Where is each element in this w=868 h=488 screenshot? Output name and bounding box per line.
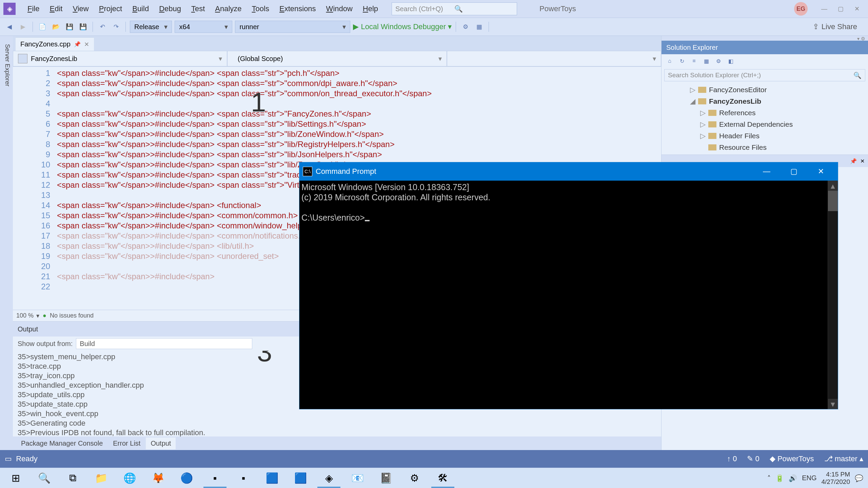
- app-icon-2[interactable]: ⚙: [400, 468, 429, 488]
- close-tab-icon[interactable]: ✕: [84, 41, 89, 48]
- output-tab[interactable]: Output: [146, 438, 176, 449]
- menu-project[interactable]: Project: [94, 2, 127, 15]
- output-from-label: Show output from:: [18, 340, 73, 348]
- left-tab[interactable]: Toolbox: [0, 39, 2, 450]
- command-prompt-window[interactable]: C:\ Command Prompt — ▢ ✕ Microsoft Windo…: [299, 162, 838, 409]
- outlook-icon[interactable]: 📧: [343, 468, 372, 488]
- volume-icon[interactable]: 🔊: [789, 474, 797, 482]
- edge-icon[interactable]: 🌐: [115, 468, 144, 488]
- output-tab[interactable]: Package Manager Console: [16, 438, 107, 449]
- vscode-icon[interactable]: 🟦: [286, 468, 315, 488]
- project-scope-dropdown[interactable]: FancyZonesLib: [13, 51, 227, 66]
- file-tab-active[interactable]: FancyZones.cpp 📌 ✕: [16, 37, 94, 51]
- liveshare-button[interactable]: ⇪ Live Share: [813, 22, 857, 31]
- cmd-scrollbar[interactable]: ▴ ▾: [828, 181, 838, 409]
- cmd-taskbar-icon[interactable]: ▪: [201, 468, 229, 488]
- configuration-dropdown[interactable]: Release: [130, 21, 172, 33]
- sync-icon[interactable]: ↻: [676, 56, 687, 66]
- close-button[interactable]: ✕: [849, 3, 865, 14]
- cmd-maximize-button[interactable]: ▢: [780, 162, 807, 181]
- scope-dropdown[interactable]: (Global Scope): [227, 51, 447, 66]
- cmd-minimize-button[interactable]: —: [753, 162, 780, 181]
- properties-icon[interactable]: ⚙: [713, 56, 724, 66]
- pending-changes[interactable]: ↑ 0: [727, 454, 737, 463]
- file-explorer-icon[interactable]: 📁: [87, 468, 115, 488]
- menu-file[interactable]: File: [23, 2, 44, 15]
- maximize-button[interactable]: ▢: [833, 3, 848, 14]
- home-icon[interactable]: ⌂: [664, 56, 675, 66]
- repo-name[interactable]: ◆ PowerToys: [770, 454, 814, 463]
- menu-extensions[interactable]: Extensions: [275, 2, 321, 15]
- preview-icon[interactable]: ◧: [725, 56, 736, 66]
- output-source-dropdown[interactable]: Build: [76, 338, 252, 349]
- menu-debug[interactable]: Debug: [154, 2, 186, 15]
- collapse-icon[interactable]: ≡: [689, 56, 699, 66]
- app-icon[interactable]: 📓: [372, 468, 400, 488]
- startup-project-dropdown[interactable]: runner: [235, 21, 350, 33]
- zoom-dropdown[interactable]: 100 % ▾: [16, 312, 39, 320]
- powershell-icon[interactable]: 🟦: [258, 468, 286, 488]
- start-debugging-button[interactable]: ▶ Local Windows Debugger ▾: [353, 22, 452, 31]
- tree-item[interactable]: ▷Header Files: [666, 130, 863, 142]
- scroll-down-icon[interactable]: ▾: [828, 399, 838, 409]
- tree-item[interactable]: ▷External Dependencies: [666, 119, 863, 130]
- menu-tools[interactable]: Tools: [247, 2, 274, 15]
- solution-tree[interactable]: ▷FancyZonesEditor◢FancyZonesLib▷Referenc…: [662, 83, 868, 155]
- solution-search-input[interactable]: Search Solution Explorer (Ctrl+;)🔍: [664, 69, 865, 81]
- minimize-button[interactable]: —: [816, 3, 832, 14]
- scroll-thumb[interactable]: [828, 191, 838, 211]
- cmd-close-button[interactable]: ✕: [807, 162, 834, 181]
- forward-icon[interactable]: ▶: [18, 21, 28, 32]
- menu-edit[interactable]: Edit: [45, 2, 67, 15]
- tool-icon-2[interactable]: ▦: [474, 21, 485, 32]
- menu-test[interactable]: Test: [186, 2, 210, 15]
- member-dropdown[interactable]: [447, 51, 661, 66]
- chrome-icon[interactable]: 🔵: [172, 468, 201, 488]
- pin-icon[interactable]: 📌: [74, 41, 81, 47]
- save-icon[interactable]: 💾: [64, 21, 75, 32]
- panel-pin-icon[interactable]: 📌: [850, 158, 857, 164]
- platform-dropdown[interactable]: x64: [175, 21, 232, 33]
- quick-search-input[interactable]: Search (Ctrl+Q)🔍: [392, 2, 517, 15]
- show-all-icon[interactable]: ▦: [701, 56, 712, 66]
- branch-name[interactable]: ⎇ master ▴: [824, 454, 864, 463]
- menu-window[interactable]: Window: [321, 2, 357, 15]
- clock[interactable]: 4:15 PM4/27/2020: [821, 471, 850, 486]
- notifications-icon[interactable]: 💬: [855, 474, 863, 482]
- open-icon[interactable]: 📂: [51, 21, 61, 32]
- menu-build[interactable]: Build: [127, 2, 154, 15]
- start-button[interactable]: ⊞: [1, 468, 30, 488]
- tool-icon[interactable]: ⚙: [460, 21, 471, 32]
- undo-icon[interactable]: ↶: [97, 21, 108, 32]
- menu-help[interactable]: Help: [358, 2, 383, 15]
- scroll-up-icon[interactable]: ▴: [828, 181, 838, 191]
- redo-icon[interactable]: ↷: [111, 21, 121, 32]
- battery-icon[interactable]: 🔋: [775, 474, 784, 482]
- terminal-icon[interactable]: ▪: [229, 468, 258, 488]
- pending-edits[interactable]: ✎ 0: [747, 454, 759, 463]
- menu-analyze[interactable]: Analyze: [210, 2, 246, 15]
- left-tab[interactable]: Server Explorer: [2, 39, 13, 450]
- save-all-icon[interactable]: 💾: [78, 21, 88, 32]
- panel-close-icon[interactable]: ✕: [860, 158, 865, 164]
- cmd-title-bar[interactable]: C:\ Command Prompt — ▢ ✕: [299, 162, 838, 181]
- powertoys-icon[interactable]: 🛠: [429, 468, 457, 488]
- cmd-terminal[interactable]: Microsoft Windows [Version 10.0.18363.75…: [299, 181, 838, 409]
- output-tab[interactable]: Error List: [108, 438, 145, 449]
- visual-studio-taskbar-icon[interactable]: ◈: [315, 468, 343, 488]
- tree-item[interactable]: ▷FancyZonesEditor: [666, 84, 863, 96]
- new-icon[interactable]: 📄: [37, 21, 48, 32]
- cmd-line: Microsoft Windows [Version 10.0.18363.75…: [301, 182, 836, 192]
- menu-view[interactable]: View: [68, 2, 93, 15]
- search-button[interactable]: 🔍: [30, 468, 58, 488]
- language-indicator[interactable]: ENG: [802, 474, 816, 482]
- firefox-icon[interactable]: 🦊: [144, 468, 172, 488]
- user-avatar[interactable]: EG: [794, 2, 808, 16]
- tree-item[interactable]: Resource Files: [666, 142, 863, 153]
- back-icon[interactable]: ◀: [4, 21, 15, 32]
- tree-item[interactable]: ▷References: [666, 107, 863, 119]
- tray-chevron-icon[interactable]: ˄: [767, 474, 771, 482]
- task-view-button[interactable]: ⧉: [58, 468, 87, 488]
- fancyzones-zone-number-3: 3: [257, 351, 272, 357]
- tree-item[interactable]: ◢FancyZonesLib: [666, 96, 863, 107]
